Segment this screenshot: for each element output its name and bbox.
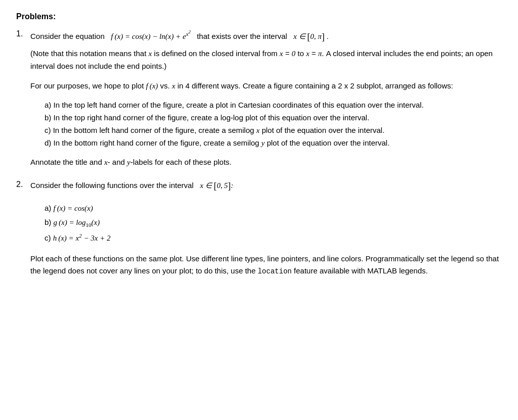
problem-2-func-b: b) g (x) = log10(x) [45, 215, 502, 230]
problem-1-intro: Consider the equation [30, 32, 105, 40]
problem-1-annotate: Annotate the title and x- and y-labels f… [30, 156, 502, 169]
problem-2-interval: x ∈ [0, 5]: [200, 181, 233, 190]
problem-1-subpart-b: b) In the top right hand corner of the f… [45, 112, 502, 124]
problem-1-subpart-c: c) In the bottom left hand corner of the… [45, 124, 502, 137]
problem-2-func-c: c) h (x) = x2 − 3x + 2 [45, 230, 502, 246]
problem-1-subpart-a: a) In the top left hand corner of the fi… [45, 99, 502, 112]
problem-1-note: (Note that this notation means that x is… [30, 48, 502, 73]
problem-2-content: Consider the following functions over th… [30, 179, 502, 277]
problem-2-intro: Consider the following functions over th… [30, 181, 194, 190]
problem-1-equation: f (x) = cos(x) − ln(x) + ex2 [111, 32, 193, 40]
problem-1-content: Consider the equation f (x) = cos(x) − l… [30, 28, 502, 169]
problem-1: 1. Consider the equation f (x) = cos(x) … [16, 28, 502, 169]
page-container: Problems: 1. Consider the equation f (x)… [16, 12, 502, 277]
problem-1-interval: x ∈ [0, π] [293, 32, 326, 40]
problem-2-number: 2. [16, 180, 30, 189]
problem-2: 2. Consider the following functions over… [16, 179, 502, 277]
problem-1-para1: For our purposes, we hope to plot f (x) … [30, 80, 502, 92]
code-location: location [257, 267, 291, 275]
problem-list: 1. Consider the equation f (x) = cos(x) … [16, 28, 502, 277]
problem-1-equation-tail: that exists over the interval [197, 32, 287, 40]
problem-2-plot-para: Plot each of these functions on the same… [30, 253, 502, 278]
problems-header: Problems: [16, 12, 502, 21]
problem-2-functions: a) f (x) = cos(x) b) g (x) = log10(x) c)… [30, 201, 502, 246]
problem-1-subparts: a) In the top left hand corner of the fi… [30, 99, 502, 149]
problem-1-number: 1. [16, 29, 30, 38]
problem-1-subpart-d: d) In the bottom right hand corner of th… [45, 137, 502, 150]
problem-2-func-a: a) f (x) = cos(x) [45, 201, 502, 216]
